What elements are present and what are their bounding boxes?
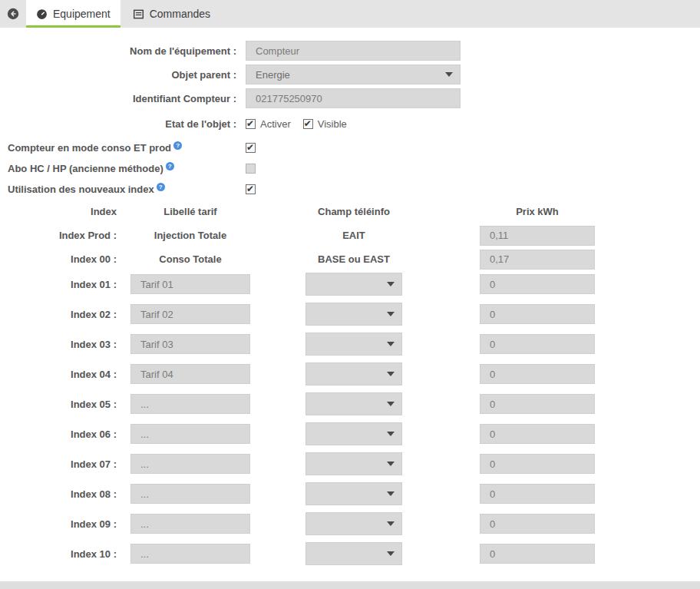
chevron-down-icon — [387, 342, 395, 346]
abo-hc-hp-label: Abo HC / HP (ancienne méthode)? — [0, 162, 246, 174]
chevron-down-icon — [387, 462, 395, 466]
option-row: Abo HC / HP (ancienne méthode)? — [0, 163, 700, 174]
table-row: Index 06 : — [0, 422, 700, 445]
dashboard-icon — [36, 8, 48, 20]
chevron-down-icon — [387, 521, 395, 526]
arrow-circle-left-icon — [7, 8, 19, 20]
header-prix-kwh: Prix kWh — [480, 206, 595, 217]
chevron-down-icon — [387, 372, 395, 376]
champ-teleinfo-select[interactable] — [305, 542, 402, 565]
identifiant-compteur-label: Identifiant Compteur : — [0, 93, 246, 104]
back-button[interactable] — [0, 0, 26, 28]
prix-kwh-input[interactable] — [480, 454, 595, 474]
libelle-tarif-input[interactable] — [130, 424, 250, 444]
index-label: Index 01 : — [0, 279, 123, 290]
objet-parent-select[interactable]: Energie — [246, 65, 461, 84]
table-row: Index 07 : — [0, 452, 700, 475]
table-row: Index 00 : Conso Totale BASE ou EAST — [0, 249, 700, 270]
champ-teleinfo-select[interactable] — [305, 452, 402, 475]
prix-kwh-input[interactable] — [480, 226, 595, 246]
prix-kwh-input[interactable] — [480, 514, 595, 534]
libelle-tarif-input[interactable] — [130, 364, 250, 384]
champ-teleinfo-select[interactable] — [305, 303, 402, 326]
table-row: Index 02 : — [0, 303, 700, 326]
chevron-down-icon — [387, 312, 395, 316]
activer-checkbox-group: Activer — [246, 118, 291, 130]
etat-objet-row: Etat de l'objet : Activer Visible — [0, 116, 700, 131]
abo-hc-hp-checkbox[interactable] — [246, 164, 256, 174]
chevron-down-icon — [387, 551, 395, 556]
visible-checkbox[interactable] — [303, 119, 313, 129]
champ-teleinfo-select[interactable] — [305, 482, 402, 505]
champ-teleinfo-select[interactable] — [305, 333, 402, 356]
help-icon[interactable]: ? — [166, 162, 174, 170]
visible-checkbox-group: Visible — [303, 118, 347, 130]
libelle-tarif-input[interactable] — [130, 334, 250, 354]
index-label: Index 08 : — [0, 488, 123, 500]
prix-kwh-input[interactable] — [480, 364, 595, 384]
tab-commandes[interactable]: Commandes — [123, 0, 220, 28]
nom-equipement-input[interactable] — [246, 41, 461, 61]
option-row: Utilisation des nouveaux index? — [0, 184, 700, 195]
equipment-form-panel: Nom de l'équipement : Objet parent : Ene… — [0, 28, 700, 565]
table-row: Index Prod : Injection Totale EAIT — [0, 225, 700, 246]
index-table-header: Index Libellé tarif Champ téléinfo Prix … — [0, 206, 700, 217]
nouveaux-index-label: Utilisation des nouveaux index? — [0, 183, 246, 195]
nouveaux-index-checkbox[interactable] — [246, 184, 256, 194]
activer-label: Activer — [260, 118, 291, 130]
champ-teleinfo-select[interactable] — [305, 512, 402, 535]
prix-kwh-input[interactable] — [480, 424, 595, 444]
libelle-tarif-input[interactable] — [130, 394, 250, 414]
index-table-body: Index Prod : Injection Totale EAIT Index… — [0, 225, 700, 565]
index-label: Index 06 : — [0, 429, 123, 440]
libelle-tarif-input[interactable] — [130, 544, 250, 564]
libelle-tarif-input[interactable] — [130, 484, 250, 504]
option-row: Compteur en mode conso ET prod? — [0, 142, 700, 154]
list-icon — [133, 8, 144, 20]
help-icon[interactable]: ? — [157, 183, 165, 191]
chevron-down-icon — [387, 402, 395, 406]
prix-kwh-input[interactable] — [480, 484, 595, 504]
index-label: Index 03 : — [0, 339, 123, 350]
index-label: Index 07 : — [0, 458, 123, 470]
index-label: Index 05 : — [0, 399, 123, 410]
nom-equipement-label: Nom de l'équipement : — [0, 45, 246, 57]
libelle-tarif-static: Injection Totale — [130, 230, 250, 241]
page-footer-strip — [0, 581, 700, 589]
tab-label: Equipement — [53, 8, 111, 20]
prix-kwh-input[interactable] — [480, 394, 595, 414]
chevron-down-icon — [445, 72, 453, 77]
form-row: Nom de l'équipement : — [0, 41, 700, 61]
prix-kwh-input[interactable] — [480, 334, 595, 354]
index-label: Index 04 : — [0, 369, 123, 380]
champ-teleinfo-select[interactable] — [305, 362, 402, 385]
champ-teleinfo-static: EAIT — [305, 230, 402, 241]
champ-teleinfo-select[interactable] — [305, 422, 402, 445]
champ-teleinfo-static: BASE ou EAST — [305, 253, 402, 265]
conso-et-prod-checkbox[interactable] — [246, 143, 256, 153]
champ-teleinfo-select[interactable] — [305, 273, 402, 296]
prix-kwh-input[interactable] — [480, 274, 595, 294]
tab-equipement[interactable]: Equipement — [26, 0, 121, 28]
table-row: Index 04 : — [0, 362, 700, 385]
tab-bar: Equipement Commandes — [0, 0, 700, 28]
libelle-tarif-input[interactable] — [130, 454, 250, 474]
etat-objet-label: Etat de l'objet : — [0, 118, 246, 130]
help-icon[interactable]: ? — [173, 141, 182, 150]
champ-teleinfo-select[interactable] — [305, 392, 402, 415]
visible-label: Visible — [318, 118, 347, 130]
chevron-down-icon — [387, 432, 395, 436]
libelle-tarif-static: Conso Totale — [130, 253, 250, 265]
table-row: Index 09 : — [0, 512, 700, 535]
activer-checkbox[interactable] — [246, 119, 256, 129]
identifiant-compteur-input[interactable] — [246, 88, 461, 108]
libelle-tarif-input[interactable] — [130, 304, 250, 324]
select-value: Energie — [256, 69, 290, 81]
prix-kwh-input[interactable] — [480, 304, 595, 324]
libelle-tarif-input[interactable] — [130, 514, 250, 534]
prix-kwh-input[interactable] — [480, 250, 595, 270]
prix-kwh-input[interactable] — [480, 544, 595, 564]
libelle-tarif-input[interactable] — [130, 274, 250, 294]
index-label: Index 00 : — [0, 253, 123, 265]
table-row: Index 08 : — [0, 482, 700, 505]
